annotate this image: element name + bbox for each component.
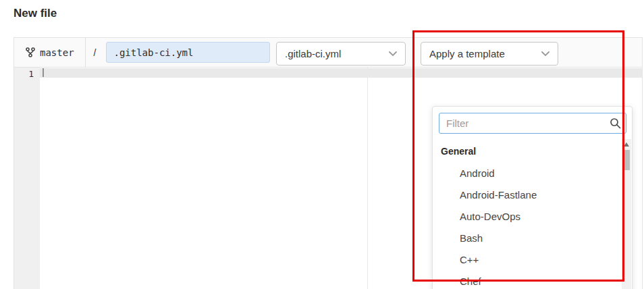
template-item-bash[interactable]: Bash	[441, 227, 616, 248]
page-title: New file	[14, 7, 57, 20]
file-toolbar: master / .gitlab-ci.yml Apply a template	[14, 38, 642, 68]
editor-gutter: 1	[14, 68, 40, 289]
search-icon	[610, 117, 621, 129]
file-type-select-value: .gitlab-ci.yml	[285, 48, 341, 59]
new-file-page: New file master / .gitlab-ci.yml	[0, 0, 644, 289]
apply-template-select-value: Apply a template	[429, 48, 505, 59]
template-dropdown-panel: General Android Android-Fastlane Auto-De…	[432, 106, 633, 289]
toolbar-divider	[85, 38, 86, 67]
git-branch-icon	[26, 47, 35, 57]
template-item-auto-devops[interactable]: Auto-DevOps	[441, 205, 616, 227]
branch-name: master	[40, 47, 74, 58]
template-list: General Android Android-Fastlane Auto-De…	[441, 140, 616, 289]
editor-current-line-highlight[interactable]	[40, 68, 642, 78]
dropdown-scrollbar[interactable]	[622, 139, 631, 289]
path-separator: /	[94, 47, 97, 58]
scroll-up-icon[interactable]	[624, 142, 629, 147]
template-item-android[interactable]: Android	[441, 162, 616, 184]
branch-indicator: master	[26, 47, 74, 58]
template-item-cpp[interactable]: C++	[441, 248, 616, 270]
template-item-chef[interactable]: Chef	[441, 270, 616, 289]
editor-cursor	[43, 68, 44, 77]
file-editor-container: master / .gitlab-ci.yml Apply a template…	[14, 37, 643, 289]
chevron-down-icon	[541, 51, 549, 57]
chevron-down-icon	[389, 51, 397, 57]
editor-ruler-line	[367, 68, 368, 289]
line-number: 1	[28, 69, 34, 79]
template-filter-input[interactable]	[439, 113, 626, 134]
apply-template-select[interactable]: Apply a template	[421, 42, 558, 65]
filename-input[interactable]	[106, 42, 270, 63]
template-group-label: General	[441, 140, 616, 162]
scrollbar-thumb[interactable]	[623, 150, 630, 170]
template-item-android-fastlane[interactable]: Android-Fastlane	[441, 184, 616, 205]
file-type-select[interactable]: .gitlab-ci.yml	[276, 42, 406, 65]
